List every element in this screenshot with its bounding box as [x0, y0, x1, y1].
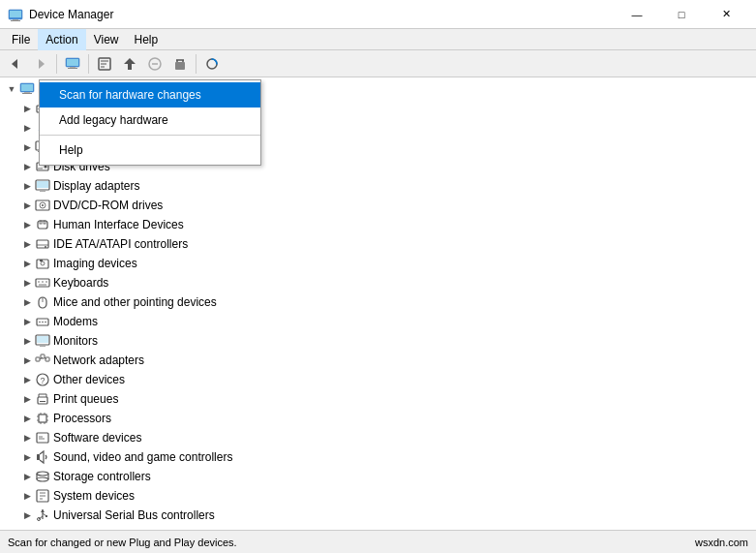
menu-scan-hardware[interactable]: Scan for hardware changes — [40, 82, 260, 108]
tree-item-hid[interactable]: ▶Human Interface Devices — [0, 215, 756, 234]
status-bar: Scan for changed or new Plug and Play de… — [0, 530, 756, 553]
menu-add-legacy[interactable]: Add legacy hardware — [40, 108, 260, 133]
expander-bluetooth[interactable]: ▶ — [19, 120, 35, 136]
tree-label-print: Print queues — [53, 392, 118, 406]
close-button[interactable]: ✕ — [704, 0, 748, 29]
usb-icon — [35, 507, 50, 523]
svg-point-59 — [39, 322, 41, 323]
maximize-button[interactable]: □ — [659, 0, 704, 29]
expander-system[interactable]: ▶ — [19, 488, 35, 504]
tree-label-mice: Mice and other pointing devices — [53, 295, 217, 309]
mice-icon — [35, 294, 50, 310]
toolbar-sep-2 — [88, 54, 89, 74]
tree-item-monitors[interactable]: ▶Monitors — [0, 331, 756, 351]
tree-label-software: Software devices — [53, 431, 141, 445]
expander-modems[interactable]: ▶ — [19, 314, 35, 329]
expander-sound[interactable]: ▶ — [19, 449, 35, 465]
tree-item-system[interactable]: ▶System devices — [0, 486, 756, 506]
svg-point-49 — [41, 261, 45, 265]
display-adapters-icon — [35, 178, 50, 194]
toolbar-computer[interactable] — [61, 52, 84, 76]
svg-text:?: ? — [40, 376, 45, 385]
expander-dvd-cd[interactable]: ▶ — [19, 198, 35, 213]
svg-point-90 — [37, 477, 48, 481]
expander-software[interactable]: ▶ — [19, 430, 35, 445]
expander-print[interactable]: ▶ — [19, 391, 35, 407]
toolbar-sep-3 — [196, 54, 197, 74]
expander-batteries[interactable]: ▶ — [19, 101, 35, 116]
expander-mice[interactable]: ▶ — [19, 294, 35, 310]
expander-usb[interactable]: ▶ — [19, 507, 35, 523]
expander-computer[interactable]: ▶ — [19, 139, 35, 155]
expander-network[interactable]: ▶ — [19, 353, 35, 368]
toolbar-back[interactable] — [4, 52, 27, 76]
svg-marker-5 — [39, 59, 45, 69]
dvd-cd-icon — [35, 198, 50, 213]
tree-label-display-adapters: Display adapters — [53, 179, 139, 193]
software-icon — [35, 430, 50, 445]
tree-item-network[interactable]: ▶Network adapters — [0, 351, 756, 370]
expander-display-adapters[interactable]: ▶ — [19, 178, 35, 194]
svg-rect-86 — [37, 454, 40, 460]
tree-item-display-adapters[interactable]: ▶Display adapters — [0, 176, 756, 196]
monitors-icon — [35, 333, 50, 349]
tree-item-processors[interactable]: ▶Processors — [0, 409, 756, 428]
expander-processors[interactable]: ▶ — [19, 411, 35, 426]
tree-label-modems: Modems — [53, 315, 98, 328]
expander-ide-ata[interactable]: ▶ — [19, 236, 35, 252]
tree-item-usb[interactable]: ▶Universal Serial Bus controllers — [0, 506, 756, 525]
svg-rect-38 — [40, 190, 45, 192]
expander-monitors[interactable]: ▶ — [19, 333, 35, 349]
svg-marker-14 — [124, 58, 136, 70]
menu-action-help[interactable]: Help — [40, 138, 260, 163]
menu-help[interactable]: Help — [127, 29, 166, 50]
svg-rect-74 — [39, 415, 46, 422]
action-dropdown-menu: Scan for hardware changes Add legacy har… — [39, 79, 261, 166]
svg-point-47 — [45, 246, 46, 248]
expander-hid[interactable]: ▶ — [19, 217, 35, 232]
svg-point-61 — [45, 322, 46, 323]
tree-label-processors: Processors — [53, 412, 111, 425]
toolbar-properties[interactable] — [93, 52, 116, 76]
tree-item-keyboards[interactable]: ▶Keyboards — [0, 273, 756, 292]
svg-rect-63 — [37, 336, 48, 343]
tree-label-other: Other devices — [53, 373, 125, 386]
tree-label-hid: Human Interface Devices — [53, 218, 184, 231]
status-brand: wsxdn.com — [695, 537, 748, 548]
tree-item-sound[interactable]: ▶Sound, video and game controllers — [0, 447, 756, 467]
tree-item-imaging[interactable]: ▶Imaging devices — [0, 254, 756, 273]
expander-imaging[interactable]: ▶ — [19, 256, 35, 271]
expander-other[interactable]: ▶ — [19, 372, 35, 387]
menu-view[interactable]: View — [86, 29, 127, 50]
svg-marker-4 — [12, 59, 17, 69]
tree-item-other[interactable]: ▶?Other devices — [0, 370, 756, 389]
toolbar-update-driver[interactable] — [118, 52, 141, 76]
toolbar-scan[interactable] — [200, 52, 224, 76]
toolbar-forward[interactable] — [29, 52, 52, 76]
tree-item-mice[interactable]: ▶Mice and other pointing devices — [0, 292, 756, 312]
tree-item-modems[interactable]: ▶Modems — [0, 312, 756, 331]
menu-file[interactable]: File — [4, 29, 38, 50]
tree-item-ide-ata[interactable]: ▶IDE ATA/ATAPI controllers — [0, 234, 756, 254]
tree-label-monitors: Monitors — [53, 334, 98, 348]
tree-item-print[interactable]: ▶Print queues — [0, 389, 756, 409]
svg-rect-17 — [175, 62, 185, 70]
expander-disk-drives[interactable]: ▶ — [19, 159, 35, 174]
expander-keyboards[interactable]: ▶ — [19, 275, 35, 291]
toolbar-disable[interactable] — [143, 52, 166, 76]
svg-rect-50 — [40, 260, 43, 261]
tree-label-system: System devices — [53, 489, 135, 503]
menu-action[interactable]: Action — [38, 29, 85, 50]
svg-rect-3 — [11, 20, 20, 21]
tree-item-software[interactable]: ▶Software devices — [0, 428, 756, 447]
status-message: Scan for changed or new Plug and Play de… — [8, 537, 237, 548]
toolbar-uninstall[interactable] — [168, 52, 192, 76]
svg-rect-9 — [68, 68, 77, 69]
svg-rect-72 — [38, 397, 47, 404]
svg-rect-64 — [40, 345, 45, 347]
tree-item-dvd-cd[interactable]: ▶DVD/CD-ROM drives — [0, 196, 756, 215]
root-expander[interactable]: ▼ — [4, 81, 19, 97]
tree-item-storage[interactable]: ▶Storage controllers — [0, 467, 756, 486]
minimize-button[interactable]: — — [615, 0, 659, 29]
expander-storage[interactable]: ▶ — [19, 469, 35, 484]
